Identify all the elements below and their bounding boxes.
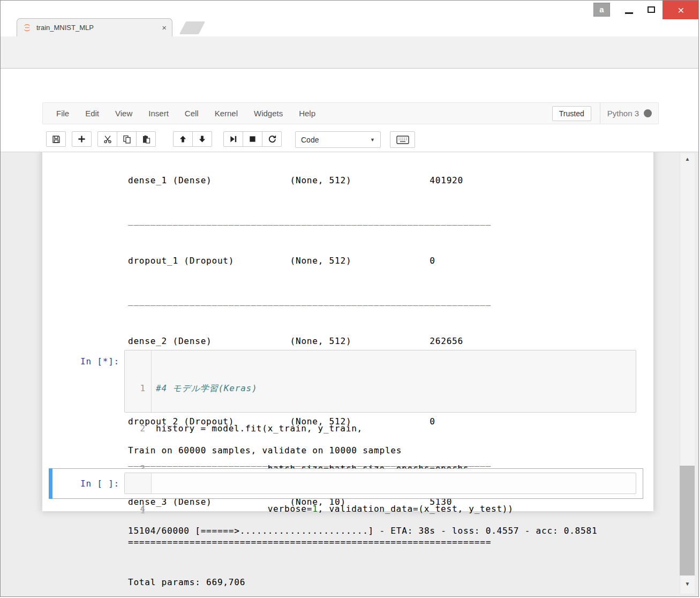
summary-line: dense_2 (Dense) (None, 512) 262656	[128, 334, 491, 348]
cut-icon	[103, 135, 112, 144]
cell-type-value: Code	[301, 136, 370, 144]
close-icon: ×	[678, 4, 684, 16]
menu-view[interactable]: View	[107, 103, 140, 124]
jupyter-favicon-icon	[22, 23, 32, 32]
summary-line: dense_1 (Dense) (None, 512) 401920	[128, 174, 491, 187]
menu-widgets[interactable]: Widgets	[246, 103, 291, 124]
line-number-gutter: 1 2 3 4	[125, 350, 152, 412]
copy-icon	[123, 135, 131, 144]
notebook-area: dense_1 (Dense) (None, 512) 401920 _____…	[1, 152, 698, 597]
browser-window: train_MNIST_MLP × a × localhost:8888/not…	[0, 0, 699, 597]
summary-line: dropout_1 (Dropout) (None, 512) 0	[128, 254, 491, 267]
cell-type-select[interactable]: Code ▼	[295, 131, 381, 148]
close-window-button[interactable]: ×	[663, 1, 699, 19]
restart-icon	[268, 135, 276, 144]
jupyter-header: jupyter train_MNIST_MLP (unsaved changes…	[1, 69, 698, 102]
maximize-button[interactable]	[640, 1, 663, 19]
scrollbar-thumb[interactable]	[680, 466, 695, 575]
chevron-down-icon: ▼	[370, 137, 375, 143]
code-cell-input[interactable]: 1 2 3 4 #4 モデル学習(Keras) history = model.…	[124, 350, 636, 413]
menu-insert[interactable]: Insert	[140, 103, 177, 124]
menu-help[interactable]: Help	[291, 103, 323, 124]
interrupt-kernel-button[interactable]	[243, 131, 262, 147]
line-number: 1	[125, 382, 151, 395]
arrow-up-icon	[179, 135, 187, 143]
output-line: Train on 60000 samples, validate on 1000…	[128, 444, 597, 457]
line-number: 1	[125, 504, 151, 517]
menu-kernel[interactable]: Kernel	[207, 103, 246, 124]
move-cell-down-button[interactable]	[192, 131, 212, 147]
run-cell-button[interactable]	[223, 131, 243, 147]
input-prompt-running: In [*]:	[54, 355, 119, 368]
browser-navbar: localhost:8888/notebooks/train_MNIST_MLP…	[1, 36, 698, 69]
browser-tab[interactable]: train_MNIST_MLP ×	[17, 18, 172, 36]
selected-cell-marker	[49, 468, 52, 499]
move-cell-up-button[interactable]	[173, 131, 193, 147]
summary-line: ________________________________________…	[128, 294, 491, 308]
keyboard-icon	[396, 136, 409, 144]
stop-icon	[249, 135, 257, 143]
kernel-indicator: Python 3	[600, 103, 658, 124]
tab-title: train_MNIST_MLP	[36, 24, 162, 32]
kernel-busy-icon	[644, 109, 652, 117]
scroll-up-icon[interactable]: ▲	[680, 156, 695, 162]
minimize-icon	[625, 12, 633, 14]
add-cell-button[interactable]	[72, 131, 92, 147]
trusted-button[interactable]: Trusted	[552, 106, 591, 121]
maximize-icon	[648, 6, 655, 13]
summary-line: ________________________________________…	[128, 214, 491, 227]
new-tab-button[interactable]	[179, 21, 205, 34]
menu-edit[interactable]: Edit	[77, 103, 107, 124]
command-palette-button[interactable]	[390, 131, 415, 148]
notebook-toolbar: Code ▼	[1, 125, 698, 152]
save-button[interactable]	[46, 131, 66, 147]
ime-indicator[interactable]: a	[593, 3, 610, 17]
paste-cell-button[interactable]	[136, 131, 156, 147]
scroll-down-icon[interactable]: ▼	[680, 581, 695, 587]
kernel-name: Python 3	[607, 109, 639, 118]
empty-code-input[interactable]: 1	[124, 473, 636, 494]
menubar: File Edit View Insert Cell Kernel Widget…	[42, 102, 659, 124]
title-bar: train_MNIST_MLP × a ×	[1, 1, 698, 36]
input-prompt-empty: In [ ]:	[54, 477, 119, 490]
plus-icon	[78, 135, 86, 143]
menu-cell[interactable]: Cell	[177, 103, 207, 124]
menu-row: File Edit View Insert Cell Kernel Widget…	[1, 102, 698, 125]
step-forward-icon	[229, 135, 237, 143]
arrow-down-icon	[198, 135, 206, 143]
menu-file[interactable]: File	[48, 103, 77, 124]
line-number-gutter: 1	[125, 473, 152, 494]
code-comment: #4 モデル学習(Keras)	[156, 383, 257, 393]
tab-close-icon[interactable]: ×	[162, 23, 167, 32]
minimize-button[interactable]	[618, 1, 640, 19]
restart-kernel-button[interactable]	[262, 131, 282, 147]
copy-cell-button[interactable]	[117, 131, 137, 147]
summary-line: Total params: 669,706	[128, 575, 491, 589]
paste-icon	[142, 135, 150, 144]
save-icon	[52, 135, 61, 144]
cut-cell-button[interactable]	[97, 131, 117, 147]
output-line: 15104/60000 [======>....................…	[128, 524, 597, 537]
